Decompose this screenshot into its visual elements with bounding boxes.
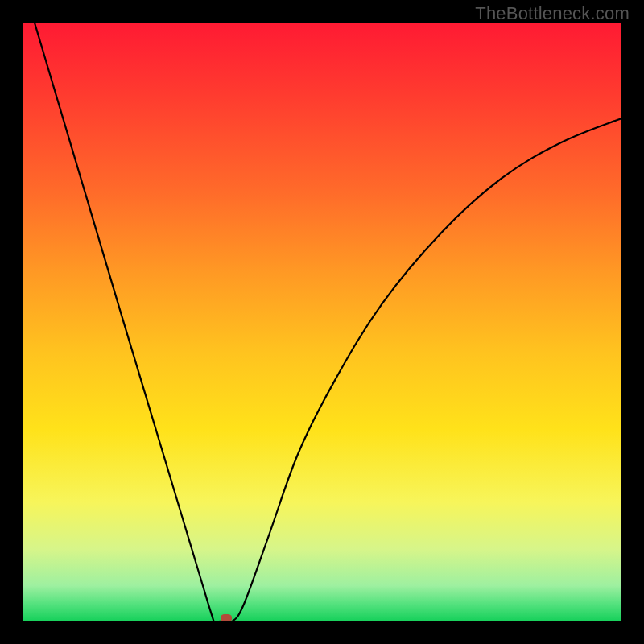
chart-frame: TheBottleneck.com xyxy=(0,0,644,644)
plot-area xyxy=(23,23,621,621)
marker-point xyxy=(221,614,232,621)
curve-svg xyxy=(23,23,621,621)
watermark-text: TheBottleneck.com xyxy=(475,3,630,24)
bottleneck-curve xyxy=(35,23,621,621)
